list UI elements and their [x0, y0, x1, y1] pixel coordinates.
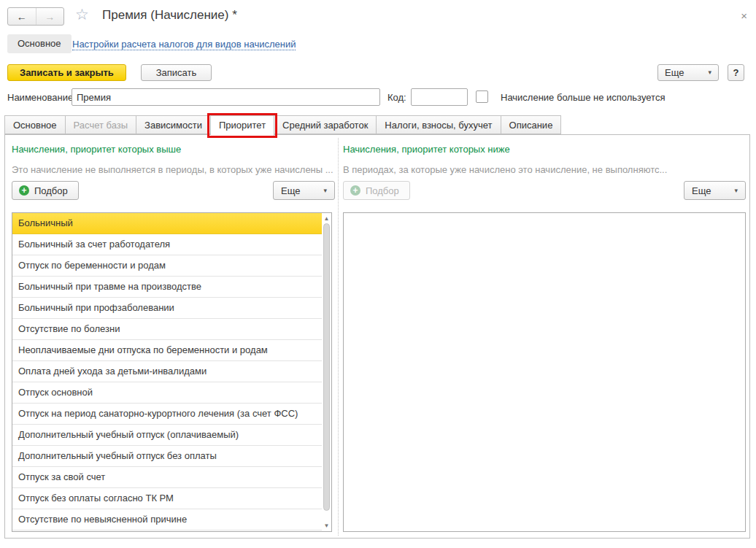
- scrollbar[interactable]: ▲ ▼: [322, 213, 331, 531]
- list-item[interactable]: Дополнительный учебный отпуск (оплачивае…: [12, 425, 322, 446]
- list-item[interactable]: Дополнительный учебный отпуск без оплаты: [12, 446, 322, 467]
- pick-button-label: Подбор: [34, 185, 68, 196]
- list-item[interactable]: Отпуск без оплаты согласно ТК РМ: [12, 488, 322, 509]
- chevron-down-icon: ▾: [734, 187, 738, 194]
- list-item[interactable]: Отпуск за свой счет: [12, 467, 322, 488]
- list-item[interactable]: Отсутствие по болезни: [12, 319, 322, 340]
- plus-icon: +: [19, 185, 29, 196]
- list-rows: Больничный Больничный за счет работодате…: [12, 213, 322, 531]
- back-button[interactable]: ←: [8, 8, 36, 25]
- tab-priority-label: Приоритет: [219, 120, 266, 131]
- history-nav: ← →: [7, 7, 64, 26]
- more-button-label: Еще: [281, 185, 300, 196]
- close-icon[interactable]: ×: [741, 9, 747, 22]
- higher-priority-hint: Это начисление не выполняется в периоды,…: [12, 164, 333, 175]
- back-icon: ←: [17, 11, 27, 23]
- page-title: Премия (Начисление) *: [102, 8, 237, 23]
- tab-bar: Основное Расчет базы Зависимости Приорит…: [4, 115, 561, 136]
- favorite-star-icon[interactable]: ☆: [75, 6, 89, 23]
- list-item[interactable]: Больничный при профзаболевании: [12, 298, 322, 319]
- list-item[interactable]: Отсутствие по невыясненной причине: [12, 509, 322, 530]
- tab-average-earnings[interactable]: Средний заработок: [274, 115, 377, 134]
- tab-base-calc: Расчет базы: [66, 115, 137, 134]
- list-item[interactable]: Отпуск по беременности и родам: [12, 255, 322, 277]
- chevron-down-icon: ▾: [323, 187, 327, 194]
- more-button-top[interactable]: Еще ▾: [657, 64, 719, 81]
- save-button[interactable]: Записать: [141, 64, 212, 81]
- scrollbar-thumb[interactable]: [323, 223, 330, 511]
- forward-button[interactable]: →: [36, 8, 64, 25]
- higher-priority-title: Начисления, приоритет которых выше: [12, 144, 181, 155]
- more-button-label: Еще: [665, 65, 684, 80]
- scroll-down-icon[interactable]: ▼: [322, 522, 331, 529]
- code-label: Код:: [387, 92, 406, 103]
- lower-priority-title: Начисления, приоритет которых ниже: [343, 144, 510, 155]
- code-input[interactable]: [411, 88, 468, 106]
- list-item[interactable]: Неоплачиваемые дни отпуска по беременнос…: [12, 340, 322, 361]
- pick-button-left[interactable]: + Подбор: [12, 181, 79, 200]
- scroll-up-icon[interactable]: ▲: [322, 215, 331, 222]
- higher-priority-list: Больничный Больничный за счет работодате…: [12, 212, 332, 532]
- more-button-right-panel[interactable]: Еще ▾: [684, 181, 746, 200]
- tax-settings-link[interactable]: Настройки расчета налогов для видов начи…: [72, 39, 296, 50]
- tab-dependencies[interactable]: Зависимости: [136, 115, 211, 134]
- pick-button-label: Подбор: [366, 185, 399, 196]
- panel-divider: [338, 138, 339, 536]
- name-input[interactable]: [72, 88, 380, 106]
- more-button-left-panel[interactable]: Еще ▾: [273, 181, 335, 200]
- tab-taxes[interactable]: Налоги, взносы, бухучет: [377, 115, 501, 134]
- priority-tab-content: Начисления, приоритет которых выше Это н…: [4, 134, 750, 539]
- lower-priority-list: [343, 212, 746, 532]
- name-label: Наименование:: [7, 92, 76, 103]
- list-item[interactable]: Отпуск на период санаторно-курортного ле…: [12, 404, 322, 425]
- list-item[interactable]: Больничный: [12, 213, 322, 234]
- more-button-label: Еще: [692, 185, 711, 196]
- not-used-label: Начисление больше не используется: [501, 92, 665, 103]
- save-and-close-button[interactable]: Записать и закрыть: [7, 64, 126, 81]
- not-used-checkbox[interactable]: [476, 90, 488, 103]
- list-item[interactable]: Оплата дней ухода за детьми-инвалидами: [12, 361, 322, 382]
- tab-priority[interactable]: Приоритет: [211, 115, 274, 136]
- help-button[interactable]: ?: [728, 64, 744, 81]
- list-item[interactable]: Отпуск основной: [12, 382, 322, 404]
- tab-description[interactable]: Описание: [501, 115, 562, 134]
- list-item[interactable]: Больничный за счет работодателя: [12, 234, 322, 255]
- chevron-down-icon: ▾: [708, 65, 711, 80]
- lower-priority-hint: В периодах, за которые уже начислено это…: [343, 164, 743, 175]
- forward-icon: →: [45, 11, 55, 23]
- section-button-main[interactable]: Основное: [7, 34, 72, 53]
- pick-button-right-disabled: + Подбор: [343, 181, 410, 200]
- list-item[interactable]: Больничный при травме на производстве: [12, 277, 322, 298]
- plus-icon: +: [350, 185, 360, 196]
- tab-main[interactable]: Основное: [4, 115, 66, 134]
